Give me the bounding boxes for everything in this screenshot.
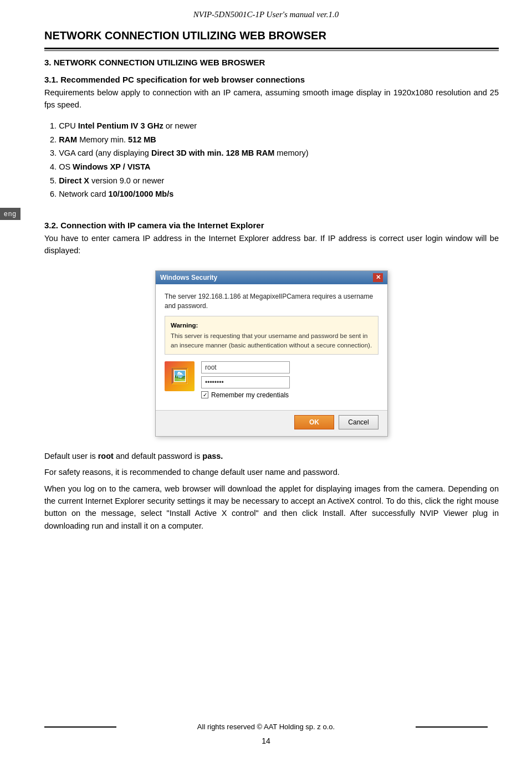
page-title: NETWORK CONNECTION UTILIZING WEB BROWSER: [44, 29, 499, 42]
section3-2-intro: You have to enter camera IP address in t…: [44, 232, 499, 257]
dialog-body: The server 192.168.1.186 at MegapixelIPC…: [156, 284, 387, 410]
dialog-close-button[interactable]: ✕: [373, 273, 383, 282]
dialog-warning-title: Warning:: [171, 321, 372, 330]
item1-num: 1.: [50, 121, 59, 130]
page-number: 14: [262, 736, 270, 745]
default-user-bold: root: [98, 452, 114, 460]
item6-prefix: Network card: [59, 190, 108, 198]
footer-area: All rights reserved © AAT Holding sp. z …: [0, 723, 532, 745]
footer-text: All rights reserved © AAT Holding sp. z …: [116, 723, 416, 731]
dialog-container: Windows Security ✕ The server 192.168.1.…: [44, 270, 499, 437]
dialog-title: Windows Security: [160, 274, 217, 281]
default-user-mid: and default password is: [114, 452, 202, 460]
footer-row: All rights reserved © AAT Holding sp. z …: [0, 723, 532, 731]
safety-text: For safety reasons, it is recommended to…: [44, 466, 499, 478]
item4-prefix: OS: [59, 162, 73, 171]
dialog-warning-text: This server is requesting that your user…: [171, 332, 372, 348]
item4-bold: Windows XP / VISTA: [73, 162, 150, 171]
item5-num: 5.: [50, 176, 59, 185]
item5-bold: Direct X: [59, 176, 89, 185]
item3-suffix: memory): [274, 149, 308, 157]
item1-bold: Intel Pentium IV 3 GHz: [78, 121, 163, 130]
dialog-titlebar: Windows Security ✕: [156, 271, 387, 284]
remember-checkbox[interactable]: ✓: [201, 391, 208, 398]
page-header: NVIP-5DN5001C-1P User's manual ver.1.0: [0, 0, 532, 24]
item2-num: 2.: [50, 135, 59, 144]
list-item-4: 4. OS Windows XP / VISTA: [50, 160, 499, 174]
applet-text: When you log on to the camera, web brows…: [44, 483, 499, 533]
item1-suffix: or newer: [163, 121, 197, 130]
item6-num: 6.: [50, 190, 59, 198]
dialog-cancel-button[interactable]: Cancel: [339, 415, 378, 429]
page: NVIP-5DN5001C-1P User's manual ver.1.0 e…: [0, 0, 532, 773]
item4-num: 4.: [50, 162, 59, 171]
windows-security-dialog: Windows Security ✕ The server 192.168.1.…: [155, 270, 388, 437]
default-pass-bold: pass.: [202, 452, 223, 460]
item3-bold: Direct 3D with min. 128 MB RAM: [151, 149, 274, 157]
dialog-icon: 🖼️: [165, 361, 195, 391]
item5-suffix: version 9.0 or newer: [89, 176, 164, 185]
username-row: [201, 361, 378, 373]
item2-mid: Memory min.: [77, 135, 128, 144]
item2-bold-ram: RAM: [59, 135, 77, 144]
side-label: eng: [0, 208, 21, 220]
divider-bottom: [44, 50, 499, 51]
default-user-prefix: Default user is: [44, 452, 98, 460]
default-user-text: Default user is root and default passwor…: [44, 450, 499, 462]
password-row: [201, 376, 378, 388]
dialog-fields: ✓ Remember my credentials: [201, 361, 378, 399]
dialog-footer: OK Cancel: [156, 410, 387, 436]
dialog-main-text: The server 192.168.1.186 at MegapixelIPC…: [165, 292, 378, 311]
divider-top: [44, 48, 499, 49]
item2-bold-mb: 512 MB: [128, 135, 156, 144]
username-input[interactable]: [201, 361, 290, 373]
item1-prefix: CPU: [59, 121, 78, 130]
footer-line-right: [416, 726, 488, 728]
header-title: NVIP-5DN5001C-1P User's manual ver.1.0: [193, 10, 339, 19]
list-item-6: 6. Network card 10/100/1000 Mb/s: [50, 187, 499, 201]
footer-line-left: [44, 726, 116, 728]
main-content: NETWORK CONNECTION UTILIZING WEB BROWSER…: [44, 29, 499, 532]
dialog-credentials: 🖼️ ✓ Remember my credentials: [165, 361, 378, 399]
item6-bold: 10/100/1000 Mb/s: [109, 190, 174, 198]
item3-num: 3.: [50, 149, 59, 157]
remember-label: Remember my credentials: [211, 391, 289, 399]
remember-row: ✓ Remember my credentials: [201, 391, 378, 399]
section3-title: 3. NETWORK CONNECTION UTILIZING WEB BROS…: [44, 58, 499, 67]
list-item-3: 3. VGA card (any displaying Direct 3D wi…: [50, 146, 499, 160]
password-input[interactable]: [201, 376, 290, 388]
warning-label: Warning:: [171, 322, 198, 329]
section3-2-title: 3.2. Connection with IP camera via the I…: [44, 221, 499, 230]
list-item-5: 5. Direct X version 9.0 or newer: [50, 174, 499, 188]
list-item-2: 2. RAM Memory min. 512 MB: [50, 133, 499, 147]
section3-1-title: 3.1. Recommended PC specification for we…: [44, 75, 499, 84]
section3-1-intro: Requirements below apply to connection w…: [44, 86, 499, 111]
list-item-1: 1. CPU Intel Pentium IV 3 GHz or newer: [50, 119, 499, 133]
dialog-warning-box: Warning: This server is requesting that …: [165, 316, 378, 354]
dialog-ok-button[interactable]: OK: [294, 415, 334, 429]
item3-prefix: VGA card (any displaying: [59, 149, 151, 157]
